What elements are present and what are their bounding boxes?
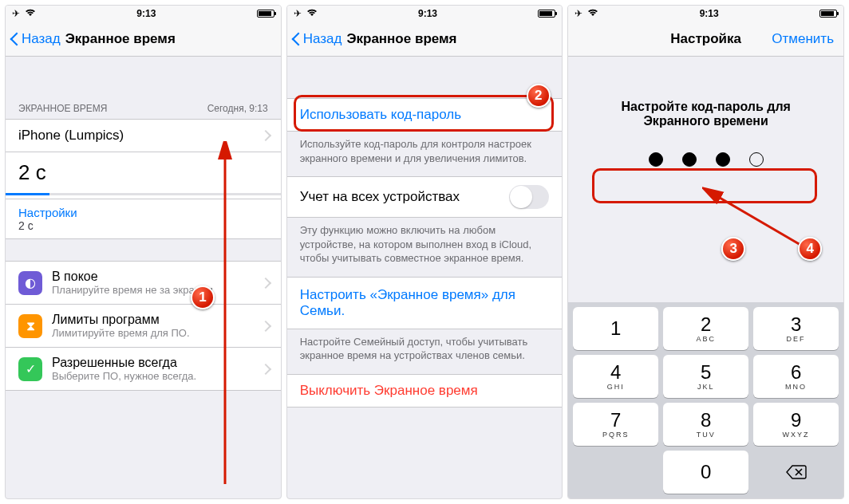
chevron-right-icon (262, 130, 268, 141)
usage-bar (6, 193, 281, 195)
back-label: Назад (22, 31, 61, 47)
back-button[interactable]: Назад (292, 31, 342, 47)
always-allowed-cell[interactable]: ✓ Разрешенные всегда Выберите ПО, нужное… (6, 347, 281, 391)
use-passcode-cell[interactable]: Использовать код-пароль (287, 98, 563, 132)
family-note: Настройте Семейный доступ, чтобы учитыва… (287, 329, 563, 374)
turn-off-screentime-cell[interactable]: Выключить Экранное время (287, 374, 563, 408)
chevron-left-icon (292, 31, 302, 47)
navbar: Назад Экранное время (287, 22, 563, 57)
number-keypad: 1 2ABC 3DEF 4GHI 5JKL 6MNO 7PQRS 8TUV 9W… (568, 302, 843, 498)
settings-value: 2 с (18, 219, 77, 232)
chevron-right-icon (262, 364, 268, 375)
key-6[interactable]: 6MNO (753, 355, 839, 398)
always-allowed-label: Разрешенные всегда (52, 356, 196, 370)
passcode-dot (682, 152, 697, 167)
key-1[interactable]: 1 (573, 307, 658, 350)
airplane-icon: ✈ (12, 8, 20, 19)
key-8[interactable]: 8TUV (663, 403, 748, 446)
passcode-dot (716, 152, 730, 167)
usage-settings-row[interactable]: Настройки 2 с (6, 199, 281, 239)
settings-label: Настройки (18, 206, 77, 219)
downtime-cell[interactable]: ◐ В покое Планируйте время не за экраном (6, 261, 281, 305)
always-allowed-hint: Выберите ПО, нужное всегда. (52, 370, 196, 382)
key-2[interactable]: 2ABC (663, 307, 748, 350)
downtime-hint: Планируйте время не за экраном (52, 284, 213, 296)
key-0[interactable]: 0 (663, 451, 748, 494)
use-passcode-note: Используйте код-пароль для контроля наст… (287, 131, 563, 176)
use-passcode-label: Использовать код-пароль (300, 107, 461, 123)
passcode-dots (586, 146, 826, 173)
family-setup-cell[interactable]: Настроить «Экранное время» для Семьи. (287, 277, 563, 329)
key-4[interactable]: 4GHI (573, 355, 658, 398)
group-label: ЭКРАННОЕ ВРЕМЯ (18, 103, 108, 114)
passcode-dot (649, 152, 663, 167)
device-cell[interactable]: iPhone (Lumpics) (6, 119, 281, 152)
status-bar: ✈ 9:13 (568, 6, 843, 22)
turn-off-label: Выключить Экранное время (300, 383, 478, 399)
battery-icon (538, 10, 555, 18)
chevron-left-icon (10, 31, 20, 47)
key-backspace[interactable] (753, 451, 839, 494)
airplane-icon: ✈ (294, 8, 302, 19)
usage-graph-cell[interactable]: 2 с (6, 152, 281, 199)
key-9[interactable]: 9WXYZ (753, 403, 839, 446)
status-bar: ✈ 9:13 (6, 6, 281, 22)
app-limits-label: Лимиты программ (52, 313, 190, 327)
group-time: Сегодня, 9:13 (207, 103, 268, 114)
share-label: Учет на всех устройствах (300, 189, 460, 205)
cancel-button[interactable]: Отменить (772, 31, 839, 47)
navbar: Настройка Отменить (568, 22, 843, 57)
airplane-icon: ✈ (575, 8, 582, 19)
panel-passcode-setup: ✈ 9:13 Настройка Отменить Настройте код-… (567, 5, 844, 499)
passcode-dot (749, 152, 764, 167)
callout-2: 2 (527, 84, 551, 108)
panel-screentime-main: ✈ 9:13 Назад Экранное время ЭКРАННОЕ ВРЕ… (5, 5, 282, 499)
share-switch[interactable] (509, 185, 549, 209)
battery-icon (257, 10, 274, 18)
callout-1: 1 (191, 285, 215, 309)
group-header-screentime: ЭКРАННОЕ ВРЕМЯ Сегодня, 9:13 (6, 57, 281, 119)
passcode-prompt: Настройте код-пароль для Экранного време… (568, 57, 843, 136)
wifi-icon (587, 8, 598, 19)
status-time: 9:13 (136, 8, 156, 19)
app-limits-cell[interactable]: ⧗ Лимиты программ Лимитируйте время для … (6, 304, 281, 348)
key-7[interactable]: 7PQRS (573, 403, 658, 446)
chevron-right-icon (262, 321, 268, 332)
backspace-icon (786, 464, 807, 480)
nav-title: Экранное время (65, 31, 176, 47)
back-label: Назад (303, 31, 342, 47)
battery-icon (819, 10, 837, 18)
chevron-right-icon (262, 278, 268, 289)
back-button[interactable]: Назад (10, 31, 61, 47)
family-link-label: Настроить «Экранное время» для Семьи. (300, 287, 550, 319)
share-across-devices-cell[interactable]: Учет на всех устройствах (287, 176, 563, 218)
panel-screentime-settings: ✈ 9:13 Назад Экранное время Использовать… (286, 5, 563, 499)
wifi-icon (306, 8, 318, 19)
downtime-label: В покое (52, 270, 213, 284)
check-icon: ✓ (18, 357, 42, 381)
downtime-icon: ◐ (18, 271, 42, 295)
nav-title: Экранное время (346, 31, 456, 47)
navbar: Назад Экранное время (6, 22, 281, 57)
device-name: iPhone (Lumpics) (18, 128, 124, 144)
key-5[interactable]: 5JKL (663, 355, 748, 398)
status-time: 9:13 (700, 8, 719, 19)
key-blank (573, 451, 658, 494)
app-limits-hint: Лимитируйте время для ПО. (52, 327, 190, 339)
status-time: 9:13 (418, 8, 437, 19)
wifi-icon (25, 8, 36, 19)
status-bar: ✈ 9:13 (287, 6, 563, 22)
key-3[interactable]: 3DEF (753, 307, 839, 350)
usage-duration: 2 с (18, 160, 268, 185)
hourglass-icon: ⧗ (18, 314, 42, 338)
share-note: Эту функцию можно включить на любом устр… (287, 217, 563, 277)
